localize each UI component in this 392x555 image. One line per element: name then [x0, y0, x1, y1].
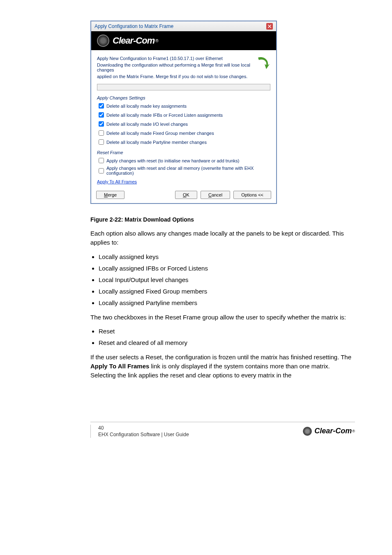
- list-item: Local Input/Output level changes: [99, 275, 355, 285]
- registered-icon: ®: [352, 429, 355, 433]
- body-paragraph-1: Each option also allows any changes made…: [90, 229, 355, 247]
- checkbox-input[interactable]: [99, 168, 104, 173]
- dialog-screenshot: Apply Configuration to Matrix Frame Clea…: [90, 21, 277, 204]
- dialog-brand-header: Clear-Com ®: [91, 31, 276, 50]
- brand-name: Clear-Com: [113, 35, 154, 46]
- options-button[interactable]: Options <<: [233, 191, 271, 199]
- progress-bar: [97, 84, 270, 90]
- checkbox-delete-ifb[interactable]: Delete all locally made IFBs or Forced L…: [97, 111, 270, 119]
- checkbox-input[interactable]: [99, 139, 104, 145]
- list-item: Locally assigned Fixed Group members: [99, 287, 355, 296]
- footer-left: 40 EHX Configuration Software | User Gui…: [90, 425, 189, 438]
- dialog-titlebar: Apply Configuration to Matrix Frame: [91, 21, 276, 31]
- figure-caption: Figure 2-22: Matrix Download Options: [90, 216, 355, 223]
- list-item: Reset and cleared of all memory: [99, 338, 355, 348]
- list-item: Locally assigned Partyline members: [99, 298, 355, 308]
- checkbox-input[interactable]: [99, 158, 104, 163]
- checkbox-input[interactable]: [99, 103, 104, 109]
- option-list-2: Reset Reset and cleared of all memory: [93, 326, 355, 348]
- section-reset-frame: Reset Frame: [97, 150, 270, 155]
- checkbox-reset-init[interactable]: Apply changes with reset (to initialise …: [97, 157, 270, 164]
- logo-icon: [303, 427, 312, 436]
- checkbox-delete-keys[interactable]: Delete all locally made key assignments: [97, 102, 270, 110]
- checkbox-reset-clear[interactable]: Apply changes with reset and clear all m…: [97, 166, 270, 176]
- close-icon[interactable]: [266, 23, 273, 30]
- body-paragraph-3: If the user selects a Reset, the configu…: [90, 353, 355, 379]
- ok-button[interactable]: OK: [175, 191, 197, 199]
- list-item: Locally assigned IFBs or Forced Listens: [99, 264, 355, 273]
- body-paragraph-2: The two checkboxes in the Reset Frame gr…: [90, 313, 355, 322]
- section-apply-changes: Apply Changes Settings: [97, 95, 270, 100]
- dialog-headline: Apply New Configuration to Frame1 (10.50…: [97, 56, 270, 61]
- link-apply-all-frames[interactable]: Apply To All Frames: [97, 179, 137, 184]
- merge-button[interactable]: Merge: [96, 191, 125, 199]
- dialog-warn-1: Downloading the configuration without pe…: [97, 62, 270, 72]
- checkbox-input[interactable]: [99, 130, 104, 136]
- page-footer: 40 EHX Configuration Software | User Gui…: [0, 425, 392, 446]
- footer-logo: Clear-Com ®: [303, 427, 355, 436]
- registered-icon: ®: [155, 39, 158, 43]
- dialog-body: Apply New Configuration to Frame1 (10.50…: [91, 50, 276, 188]
- list-item: Locally assigned keys: [99, 252, 355, 262]
- footer-rule: [90, 422, 355, 422]
- checkbox-delete-fixedgroup[interactable]: Delete all locally made Fixed Group memb…: [97, 129, 270, 137]
- list-item: Reset: [99, 326, 355, 336]
- option-list-1: Locally assigned keys Locally assigned I…: [93, 252, 355, 308]
- inline-bold: Apply To All Frames: [90, 363, 149, 370]
- logo-icon: [97, 35, 109, 47]
- checkbox-delete-io[interactable]: Delete all locally made I/O level change…: [97, 120, 270, 128]
- page-number: 40: [98, 425, 189, 431]
- dialog-button-row: Merge OK Cancel Options <<: [91, 188, 276, 203]
- cancel-button[interactable]: Cancel: [201, 191, 230, 199]
- dialog-title: Apply Configuration to Matrix Frame: [95, 23, 173, 29]
- brand-name: Clear-Com: [314, 427, 352, 435]
- dialog-warn-2: applied on the Matrix Frame. Merge first…: [97, 74, 270, 79]
- doc-title: EHX Configuration Software | User Guide: [98, 431, 189, 438]
- checkbox-input[interactable]: [99, 112, 104, 118]
- checkbox-delete-partyline[interactable]: Delete all locally made Partyline member…: [97, 138, 270, 146]
- checkbox-input[interactable]: [99, 121, 104, 127]
- download-arrow-icon: [256, 56, 270, 71]
